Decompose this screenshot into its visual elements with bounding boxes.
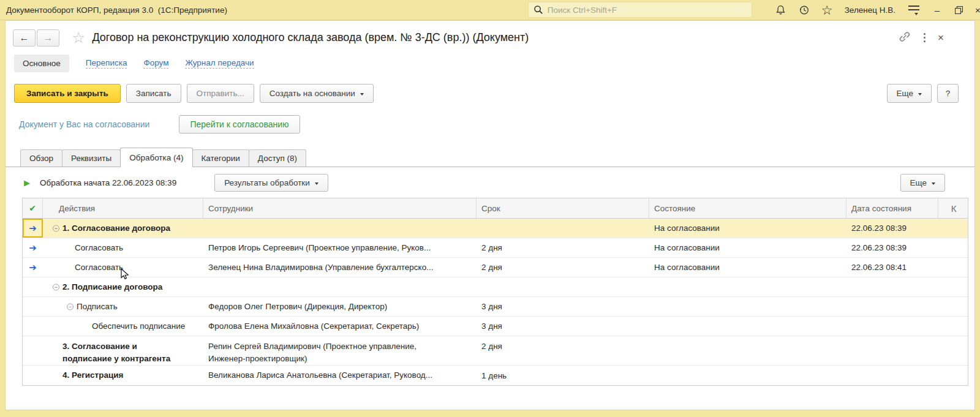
- button-label: Еще: [910, 178, 927, 187]
- cell-state: На согласовании: [649, 219, 846, 238]
- button-label: Результаты обработки: [224, 178, 310, 187]
- cell-k: [938, 297, 969, 316]
- employee-text: Великанова Лариса Анатольевна (Секретари…: [208, 369, 432, 381]
- cell-k: [938, 238, 969, 257]
- nav-row: ОсновноеПерепискаФорумЖурнал передачи: [6, 51, 974, 75]
- table-body: ➔−1. Согласование договораНа согласовани…: [23, 219, 968, 385]
- chevron-down-icon: [932, 182, 935, 185]
- employee-text: Репин Сергей Владимирович (Проектное упр…: [208, 340, 417, 364]
- table-row[interactable]: −ПодписатьФедоров Олег Петрович (Дирекци…: [23, 297, 968, 317]
- tab-1[interactable]: Реквизиты: [62, 149, 121, 167]
- action-text: Подписать: [77, 301, 118, 313]
- collapse-expander-icon[interactable]: −: [67, 303, 74, 310]
- cell-k: [938, 277, 969, 296]
- cell-term: 2 дня: [477, 238, 649, 257]
- cell-state-date: [846, 366, 938, 385]
- table-row[interactable]: ➔СогласоватьПетров Игорь Сергеевич (Прое…: [23, 238, 968, 258]
- cell-action: −Подписать: [43, 297, 203, 316]
- cell-k: [938, 219, 969, 238]
- forward-button[interactable]: →: [37, 29, 59, 47]
- titlebar-right-cluster: Поиск Ctrl+Shift+F ☆ Зеленец Н.В. – ×: [528, 2, 980, 18]
- page-title: Договор на реконструкцию холодного склад…: [92, 31, 529, 44]
- history-nav-buttons: ← →: [13, 29, 59, 47]
- close-document-button[interactable]: ×: [938, 32, 944, 44]
- cell-indicator: [23, 277, 43, 296]
- tab-0[interactable]: Обзор: [20, 149, 62, 167]
- tab-4[interactable]: Доступ (8): [249, 149, 306, 167]
- cell-state-date: 22.06.23 08:39: [846, 238, 938, 257]
- send-button[interactable]: Отправить...: [187, 84, 254, 103]
- chevron-down-icon: [914, 13, 918, 15]
- save-button[interactable]: Записать: [126, 84, 181, 103]
- nav-item-3[interactable]: Журнал передачи: [185, 58, 254, 69]
- cell-term: 2 дня: [477, 336, 649, 365]
- cell-k: [938, 366, 969, 385]
- table-row[interactable]: 3. Согласование и подписание у контраген…: [23, 336, 968, 366]
- employee-text: Федоров Олег Петрович (Дирекция, Директо…: [208, 301, 387, 313]
- more-button[interactable]: Еще: [887, 84, 932, 103]
- cell-employee: Великанова Лариса Анатольевна (Секретари…: [203, 366, 477, 385]
- get-link-icon[interactable]: [898, 30, 911, 46]
- approval-status-text: Документ у Вас на согласовании: [19, 119, 149, 129]
- cell-indicator: [23, 317, 43, 336]
- back-button[interactable]: ←: [13, 29, 36, 47]
- cell-indicator: [23, 336, 43, 365]
- column-header-0[interactable]: Действия: [43, 198, 203, 218]
- column-header-2[interactable]: Срок: [477, 198, 649, 218]
- current-step-arrow-icon: ➔: [29, 243, 37, 252]
- tab-2[interactable]: Обработка (4): [120, 148, 192, 167]
- mouse-cursor: [121, 268, 130, 280]
- processing-play-icon: ▶: [24, 178, 30, 187]
- collapse-expander-icon[interactable]: −: [53, 284, 59, 290]
- table-row[interactable]: ➔−1. Согласование договораНа согласовани…: [23, 219, 968, 238]
- status-row: Документ у Вас на согласовании Перейти к…: [6, 108, 974, 140]
- notifications-bell-icon[interactable]: [775, 4, 786, 16]
- cell-action: 3. Согласование и подписание у контраген…: [43, 336, 203, 365]
- toolbar-right: Еще ?: [887, 84, 959, 103]
- cell-employee: Фролова Елена Михайловна (Секретариат, С…: [203, 317, 477, 336]
- more-menu-icon[interactable]: [924, 31, 926, 44]
- save-and-close-button[interactable]: Записать и закрыть: [14, 84, 121, 103]
- cell-state: [649, 366, 846, 385]
- restore-button[interactable]: [954, 6, 963, 14]
- goto-approval-button[interactable]: Перейти к согласованию: [179, 115, 300, 133]
- cell-action: 4. Регистрация: [43, 366, 203, 385]
- user-menu[interactable]: Зеленец Н.В.: [845, 6, 895, 15]
- nav-item-1[interactable]: Переписка: [86, 58, 127, 69]
- table-row[interactable]: 4. РегистрацияВеликанова Лариса Анатолье…: [23, 366, 968, 385]
- chevron-down-icon: [360, 93, 364, 96]
- cell-state-date: [846, 297, 938, 316]
- favorites-star-icon[interactable]: ☆: [821, 4, 833, 17]
- column-header-5[interactable]: К: [938, 198, 969, 218]
- minimize-button[interactable]: –: [932, 5, 942, 15]
- cell-state: На согласовании: [649, 258, 846, 277]
- table-row[interactable]: −2. Подписание договора: [23, 277, 968, 297]
- column-header-1[interactable]: Сотрудники: [203, 198, 477, 218]
- history-icon[interactable]: [798, 4, 810, 16]
- column-header-3[interactable]: Состояние: [649, 198, 846, 218]
- column-header-check[interactable]: ✔: [23, 198, 43, 218]
- main-menu-icon[interactable]: [907, 4, 921, 15]
- processing-results-button[interactable]: Результаты обработки: [214, 174, 328, 192]
- global-search-input[interactable]: Поиск Ctrl+Shift+F: [528, 2, 752, 18]
- nav-item-2[interactable]: Форум: [143, 58, 168, 69]
- create-based-on-button[interactable]: Создать на основании: [260, 84, 374, 103]
- employee-text: Фролова Елена Михайловна (Секретариат, С…: [208, 320, 419, 332]
- employee-text: Петров Игорь Сергеевич (Проектное управл…: [208, 242, 431, 254]
- table-row[interactable]: ➔СогласоватьЗеленец Нина Владимировна (У…: [23, 258, 968, 277]
- cell-employee: Зеленец Нина Владимировна (Управление бу…: [203, 258, 477, 277]
- table-more-button[interactable]: Еще: [900, 174, 945, 192]
- nav-item-0[interactable]: Основное: [14, 54, 69, 72]
- help-button[interactable]: ?: [937, 84, 959, 103]
- current-step-arrow-icon: ➔: [29, 224, 37, 233]
- table-row[interactable]: Обеспечить подписаниеФролова Елена Михай…: [23, 317, 968, 336]
- favorite-star-icon[interactable]: ☆: [72, 30, 85, 45]
- cell-indicator: ➔: [23, 258, 43, 277]
- cell-action: Согласовать: [43, 238, 203, 257]
- column-header-4[interactable]: Дата состояния: [846, 198, 938, 218]
- close-button[interactable]: ×: [975, 5, 980, 15]
- cell-term: [477, 277, 649, 296]
- collapse-expander-icon[interactable]: −: [53, 225, 59, 231]
- tab-3[interactable]: Категории: [192, 149, 249, 167]
- cell-indicator: [23, 366, 43, 385]
